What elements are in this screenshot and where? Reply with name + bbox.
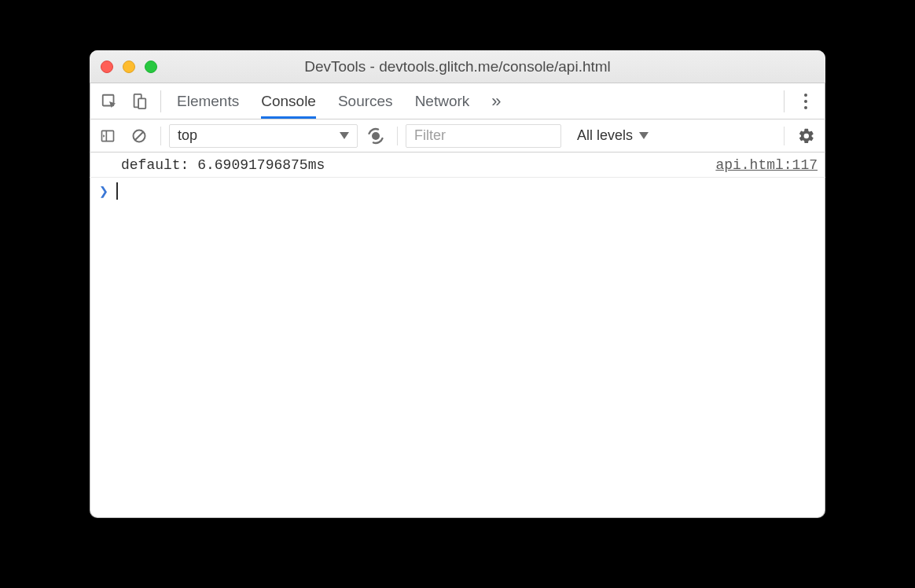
main-toolbar: Elements Console Sources Network » <box>90 83 825 119</box>
close-window-button[interactable] <box>101 61 113 73</box>
window-title: DevTools - devtools.glitch.me/console/ap… <box>90 58 825 75</box>
execution-context-value: top <box>178 127 197 144</box>
dot-icon <box>804 106 807 109</box>
divider <box>784 127 785 145</box>
panel-tabs: Elements Console Sources Network » <box>167 83 502 119</box>
tab-console[interactable]: Console <box>261 83 316 119</box>
tab-sources[interactable]: Sources <box>338 83 393 119</box>
divider <box>397 127 398 145</box>
divider <box>160 127 161 145</box>
svg-point-7 <box>372 132 380 140</box>
divider <box>784 90 785 112</box>
console-body: default: 6.69091796875ms api.html:117 ❯ <box>90 153 825 518</box>
titlebar: DevTools - devtools.glitch.me/console/ap… <box>90 50 825 83</box>
devtools-window: DevTools - devtools.glitch.me/console/ap… <box>90 50 825 518</box>
chevron-down-icon <box>639 132 649 139</box>
tab-elements[interactable]: Elements <box>177 83 239 119</box>
toolbar-right <box>777 83 821 119</box>
clear-console-icon[interactable] <box>126 119 152 153</box>
text-cursor <box>116 182 118 200</box>
filter-input[interactable] <box>406 124 561 148</box>
more-options-button[interactable] <box>791 83 821 119</box>
log-levels-select[interactable]: All levels <box>577 127 649 144</box>
chevron-down-icon <box>340 132 349 139</box>
device-toolbar-icon[interactable] <box>124 83 154 119</box>
tabs-overflow-button[interactable]: » <box>491 83 501 119</box>
live-expression-icon[interactable] <box>362 119 389 153</box>
window-controls <box>101 61 157 73</box>
console-log-source-link[interactable]: api.html:117 <box>715 157 818 173</box>
svg-line-6 <box>135 132 143 140</box>
svg-rect-2 <box>138 98 145 108</box>
divider <box>160 90 161 112</box>
dot-icon <box>804 100 807 103</box>
inspect-element-icon[interactable] <box>94 83 124 119</box>
maximize-window-button[interactable] <box>145 61 157 73</box>
console-settings-icon[interactable] <box>792 119 821 153</box>
toggle-sidebar-icon[interactable] <box>94 119 121 153</box>
tab-network[interactable]: Network <box>415 83 470 119</box>
console-log-message: default: 6.69091796875ms <box>121 157 325 173</box>
log-levels-label: All levels <box>577 127 633 144</box>
console-log-row[interactable]: default: 6.69091796875ms api.html:117 <box>90 153 825 178</box>
execution-context-select[interactable]: top <box>169 124 358 148</box>
console-prompt[interactable]: ❯ <box>90 178 825 204</box>
prompt-chevron-icon: ❯ <box>99 182 108 201</box>
minimize-window-button[interactable] <box>123 61 135 73</box>
console-filterbar: top All levels <box>90 119 825 153</box>
dot-icon <box>804 94 807 97</box>
